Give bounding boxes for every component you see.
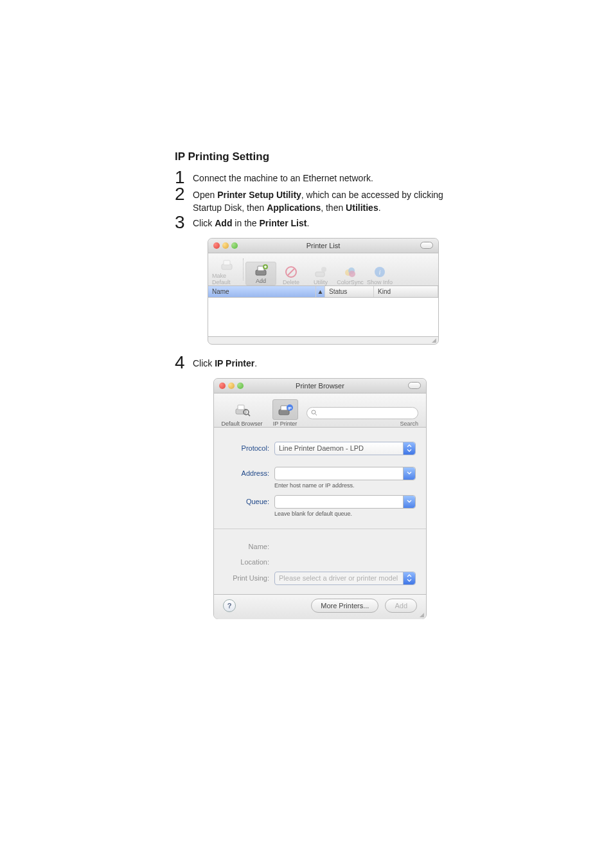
close-icon[interactable] [219,383,226,389]
tab-ip-printer[interactable]: IP IP Printer [263,399,306,427]
label: Default Browser [221,420,262,427]
queue-input[interactable] [274,495,416,509]
t: Click [193,358,215,368]
step-text: Connect the machine to an Ethernet netwo… [193,171,373,185]
search-loupe-icon [234,402,251,417]
label: Show Info [367,279,393,285]
t-bold: Utilities [346,203,378,213]
t-bold: Applications [267,203,321,213]
location-value [274,556,416,568]
divider [214,529,426,529]
svg-point-8 [321,267,326,272]
colorsync-icon [343,266,357,278]
window-titlebar[interactable]: Printer List [208,239,438,253]
protocol-select[interactable]: Line Printer Daemon - LPD [274,442,416,455]
show-info-button[interactable]: i Show Info [365,266,395,285]
browser-toolbar: Default Browser IP IP Printer Sear [214,393,426,428]
t-bold: Printer Setup Utility [217,190,301,200]
t: in the [232,218,259,228]
window-titlebar[interactable]: Printer Browser [214,379,426,393]
svg-rect-7 [315,272,324,276]
print-using-value: Please select a driver or printer model [279,574,398,582]
select-chevrons-icon [403,442,415,455]
step-text: Click Add in the Printer List. [193,216,309,230]
toolbar-separator [243,258,244,280]
queue-hint: Leave blank for default queue. [274,511,416,517]
step-number: 4 [175,354,193,372]
label: Make Default [212,273,242,285]
t: , then [321,203,346,213]
t: Click [193,218,215,228]
svg-line-17 [248,414,250,416]
svg-point-11 [349,271,355,277]
t: Open [193,190,217,200]
printer-list-columns: Name ▲ Status Kind [208,286,438,298]
step-1: 1 Connect the machine to an Ethernet net… [175,171,472,186]
select-chevrons-icon [403,572,415,584]
step-number: 3 [175,213,193,231]
delete-icon [285,266,298,278]
svg-text:IP: IP [288,406,292,410]
search-icon [311,410,317,416]
name-value [274,541,416,552]
address-label: Address: [224,469,274,477]
column-kind[interactable]: Kind [374,286,438,297]
delete-button[interactable]: Delete [276,266,306,285]
zoom-icon[interactable] [231,242,238,249]
address-input[interactable] [274,467,416,480]
browser-body: Protocol: Line Printer Daemon - LPD Addr… [214,428,426,594]
make-default-button[interactable]: Make Default [212,258,242,285]
address-hint: Enter host name or IP address. [274,482,416,489]
minimize-icon[interactable] [222,242,229,249]
sort-asc-icon[interactable]: ▲ [316,286,325,297]
protocol-value: Line Printer Daemon - LPD [279,444,364,452]
add-button[interactable]: Add [385,599,417,613]
location-label: Location: [224,558,274,566]
print-using-select[interactable]: Please select a driver or printer model [274,572,416,585]
svg-point-22 [312,410,315,414]
svg-rect-1 [224,260,230,265]
add-button[interactable]: Add [245,262,276,285]
colorsync-button[interactable]: ColorSync [335,266,365,285]
label: Search [400,420,418,427]
resize-grip-icon[interactable]: ◢ [208,337,438,344]
t-bold: IP Printer [215,358,254,368]
close-icon[interactable] [213,242,220,249]
printer-list-body [208,298,438,337]
resize-grip-icon[interactable]: ◢ [214,611,426,619]
name-label: Name: [224,543,274,550]
utility-button[interactable]: Utility [306,266,335,285]
step-text: Open Printer Setup Utility, which can be… [193,188,472,215]
column-status[interactable]: Status [325,286,374,297]
caret-down-icon [403,467,415,480]
label: Delete [283,279,299,285]
minimize-icon[interactable] [228,383,235,389]
label: ColorSync [337,279,364,285]
step-4: 4 Click IP Printer. [175,356,472,372]
tab-default-browser[interactable]: Default Browser [220,399,263,427]
step-number: 2 [175,185,193,203]
svg-rect-15 [238,405,244,410]
window-title: Printer List [208,242,438,249]
help-button[interactable]: ? [223,599,236,612]
protocol-label: Protocol: [224,444,274,452]
toolbar-toggle-icon[interactable] [420,242,433,249]
printer-add-icon [253,263,269,277]
column-name[interactable]: Name [208,286,316,297]
t: . [306,218,309,228]
utility-icon [314,266,328,278]
more-printers-button[interactable]: More Printers... [311,599,378,613]
svg-line-23 [315,414,317,416]
zoom-icon[interactable] [237,383,244,389]
svg-text:i: i [378,268,380,276]
toolbar-toggle-icon[interactable] [408,382,421,389]
t: . [378,203,381,213]
printer-browser-window: Printer Browser Default Browser IP IP Pr… [213,378,427,619]
label: Add [256,278,266,284]
svg-line-6 [288,269,294,275]
t-bold: Printer List [259,218,306,228]
window-title: Printer Browser [214,382,426,390]
info-icon: i [373,266,386,278]
ip-printer-icon: IP [277,402,294,417]
search-input[interactable] [306,407,418,419]
